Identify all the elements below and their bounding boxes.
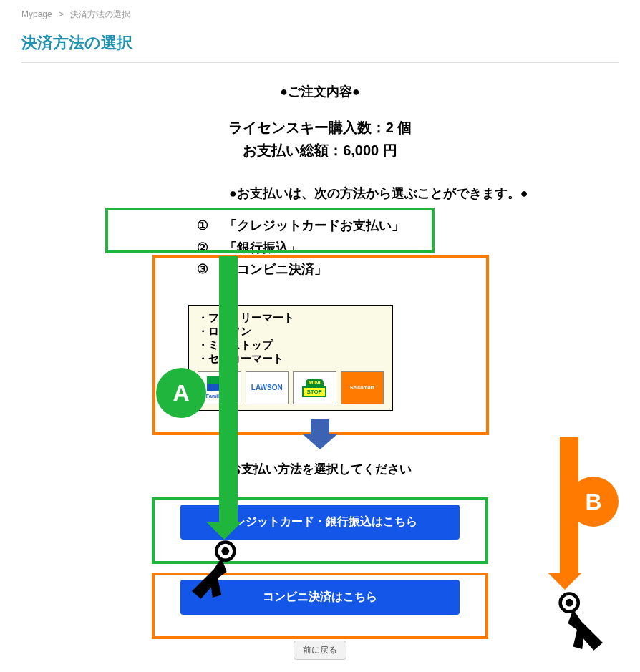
pointer-hand-left-icon: [179, 540, 243, 607]
breadcrumb-separator: >: [59, 9, 64, 19]
svg-point-3: [566, 599, 573, 607]
order-summary: ライセンスキー購入数：2 個 お支払い総額：6,000 円: [21, 116, 619, 162]
svg-point-1: [221, 547, 229, 555]
option-number: ①: [188, 215, 217, 237]
payment-methods-note: ●お支払いは、次の方法から選ぶことができます。●: [229, 185, 619, 202]
option-number: ②: [188, 237, 217, 259]
choose-payment-note: お支払い方法を選択してください: [21, 461, 619, 477]
option-label: 「銀行振込」: [224, 237, 301, 259]
pointer-hand-right-icon: [551, 591, 616, 658]
lawson-logo-icon: LAWSON: [246, 371, 289, 404]
order-heading: ●ご注文内容●: [21, 83, 619, 100]
breadcrumb-home[interactable]: Mypage: [21, 9, 52, 19]
back-button[interactable]: 前に戻る: [294, 641, 346, 660]
annotation-green-arrow-icon: [215, 256, 241, 540]
seicomart-logo-icon: Seicomart: [341, 371, 384, 404]
breadcrumb: Mypage > 決済方法の選択: [21, 6, 619, 32]
option-number: ③: [188, 258, 217, 281]
annotation-badge-b: B: [568, 477, 619, 527]
option-credit-card: ① 「クレジットカードお支払い」: [188, 215, 513, 237]
option-label: 「クレジットカードお支払い」: [224, 215, 404, 237]
ministop-logo-icon: MINI STOP: [293, 371, 336, 404]
order-line-quantity: ライセンスキー購入数：2 個: [21, 116, 619, 139]
breadcrumb-current: 決済方法の選択: [70, 9, 130, 19]
option-bank-transfer: ② 「銀行振込」: [188, 237, 513, 259]
annotation-badge-a: A: [156, 368, 206, 418]
page-title: 決済方法の選択: [21, 32, 619, 63]
arrow-down-icon: [302, 419, 338, 448]
order-line-total: お支払い総額：6,000 円: [21, 139, 619, 162]
